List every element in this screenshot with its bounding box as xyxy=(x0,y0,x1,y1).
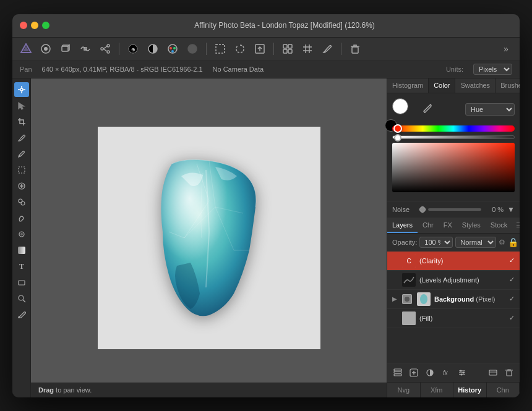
color-picker-left-tool[interactable] xyxy=(14,307,29,322)
hue-slider[interactable] xyxy=(392,125,515,132)
drag-suffix: to pan view. xyxy=(54,386,92,394)
layers-panel-menu-icon[interactable]: ☰ xyxy=(512,218,520,233)
trash-icon[interactable] xyxy=(346,40,364,57)
tab-chn[interactable]: Chn xyxy=(487,383,520,397)
layer-item-background[interactable]: ▶ Background (Pixel) ✓ xyxy=(387,290,520,309)
grid-icon-1[interactable] xyxy=(279,40,296,57)
minimize-button[interactable] xyxy=(31,22,38,29)
layer-expand-background[interactable]: ▶ xyxy=(392,295,398,302)
layer-check-levels[interactable]: ✓ xyxy=(509,276,515,284)
layer-check-clarity[interactable]: ✓ xyxy=(509,256,515,265)
color-mode-select[interactable]: Hue RGB HSL CMYK xyxy=(465,103,515,116)
close-button[interactable] xyxy=(20,22,27,29)
crop-tool[interactable] xyxy=(14,114,29,129)
pencil-tool[interactable] xyxy=(14,146,29,161)
eyedropper-icon[interactable] xyxy=(422,103,434,116)
pointer-tool[interactable] xyxy=(14,98,29,113)
grid-icon-2[interactable] xyxy=(299,40,316,57)
lock-icon[interactable]: ⚙ xyxy=(499,238,505,247)
magnify-tool[interactable] xyxy=(14,291,29,306)
color-saturation-gradient[interactable] xyxy=(392,143,515,192)
tab-fx[interactable]: FX xyxy=(439,218,457,233)
mask-icon[interactable] xyxy=(423,366,437,379)
left-toolbar: T xyxy=(12,78,31,397)
clone-tool[interactable] xyxy=(14,195,29,210)
tab-chr[interactable]: Chr xyxy=(418,218,439,233)
tab-xfm[interactable]: Xfm xyxy=(421,383,454,397)
contrast-icon[interactable] xyxy=(144,40,161,57)
tab-nvg[interactable]: Nvg xyxy=(387,383,421,397)
layer-options-icon[interactable]: 🔒 xyxy=(508,237,518,247)
color-wheel-icon[interactable]: ⊕ xyxy=(124,40,142,57)
healing-tool[interactable] xyxy=(14,179,29,193)
color-fill-icon[interactable] xyxy=(164,40,181,57)
tab-histogram[interactable]: Histogram xyxy=(387,78,429,93)
layer-name-fill: (Fill) xyxy=(419,315,505,322)
maximize-button[interactable] xyxy=(42,22,49,29)
right-panel: Histogram Color Swatches Brushes ☰ xyxy=(387,78,520,397)
svg-point-6 xyxy=(107,44,109,47)
layer-check-fill[interactable]: ✓ xyxy=(509,314,515,322)
layer-thumb-background xyxy=(417,292,431,306)
round-brush-icon[interactable] xyxy=(184,40,201,57)
layer-item-fill[interactable]: (Fill) ✓ xyxy=(387,309,520,328)
saturation-slider[interactable] xyxy=(392,135,515,139)
svg-rect-24 xyxy=(288,44,292,48)
lasso-icon[interactable] xyxy=(231,40,249,57)
color-panel-tabs: Histogram Color Swatches Brushes ☰ xyxy=(387,78,520,93)
layer-check-background[interactable]: ✓ xyxy=(509,295,515,303)
noise-dropdown-icon[interactable]: ▼ xyxy=(507,205,515,214)
tab-brushes[interactable]: Brushes xyxy=(496,78,520,93)
layer-item-clarity[interactable]: C (Clarity) ✓ xyxy=(387,252,520,271)
noise-row: Noise 0 % ▼ xyxy=(387,201,520,218)
gradient-tool[interactable] xyxy=(14,243,29,258)
hue-slider-thumb[interactable] xyxy=(393,124,402,133)
view-mode-icon[interactable] xyxy=(37,40,54,57)
opacity-select[interactable]: 100 % 75 % 50 % xyxy=(419,237,453,248)
adjustments-icon[interactable] xyxy=(455,366,469,379)
saturation-thumb[interactable] xyxy=(394,134,401,142)
tab-color[interactable]: Color xyxy=(429,78,455,93)
tab-styles[interactable]: Styles xyxy=(457,218,486,233)
blend-mode-select[interactable]: Normal Multiply Screen Overlay xyxy=(455,237,496,248)
tab-swatches[interactable]: Swatches xyxy=(455,78,496,93)
brush-tool-icon[interactable] xyxy=(319,40,336,57)
toolbar-separator-4 xyxy=(341,43,341,55)
transform-tool[interactable] xyxy=(14,163,29,177)
add-pixel-icon[interactable] xyxy=(407,366,421,379)
gemstone-image xyxy=(122,145,296,331)
canvas-area[interactable]: Drag to pan view. xyxy=(31,78,387,397)
tab-layers[interactable]: Layers xyxy=(387,218,418,233)
3d-view-icon[interactable] xyxy=(57,40,74,57)
color-swatches-row: Hue RGB HSL CMYK xyxy=(392,98,515,121)
dodge-burn-tool[interactable] xyxy=(14,211,29,226)
noise-dot xyxy=(419,206,426,213)
units-select[interactable]: Pixels Inches mm xyxy=(473,64,512,75)
foreground-color-swatch[interactable] xyxy=(392,98,408,114)
traffic-lights xyxy=(20,22,49,29)
type-tool[interactable]: T xyxy=(14,259,29,274)
delete-layer-icon[interactable] xyxy=(502,366,516,379)
svg-rect-56 xyxy=(394,374,401,376)
svg-rect-55 xyxy=(402,311,416,325)
layer-thumb-clarity: C xyxy=(402,254,416,268)
layer-item-levels[interactable]: (Levels Adjustment) ✓ xyxy=(387,271,520,290)
tab-history[interactable]: History xyxy=(453,383,487,397)
warp-icon[interactable] xyxy=(77,40,94,57)
noise-track[interactable] xyxy=(428,208,481,211)
pan-tool[interactable] xyxy=(14,82,29,97)
fx-icon[interactable]: fx xyxy=(439,366,453,379)
paint-brush-tool[interactable] xyxy=(14,130,29,145)
rect-select-icon[interactable] xyxy=(212,40,229,57)
group-layers-icon[interactable] xyxy=(486,366,500,379)
share-icon[interactable] xyxy=(97,40,114,57)
tab-stock[interactable]: Stock xyxy=(486,218,513,233)
svg-point-39 xyxy=(21,201,25,205)
affinity-logo-icon[interactable] xyxy=(17,40,35,57)
shape-tool[interactable] xyxy=(14,275,29,290)
layer-thumb-levels xyxy=(402,273,416,287)
export-icon[interactable] xyxy=(251,40,268,57)
filter-tool[interactable] xyxy=(14,227,29,242)
more-tools-icon[interactable]: » xyxy=(497,40,515,57)
layers-stack-icon[interactable] xyxy=(391,366,405,379)
